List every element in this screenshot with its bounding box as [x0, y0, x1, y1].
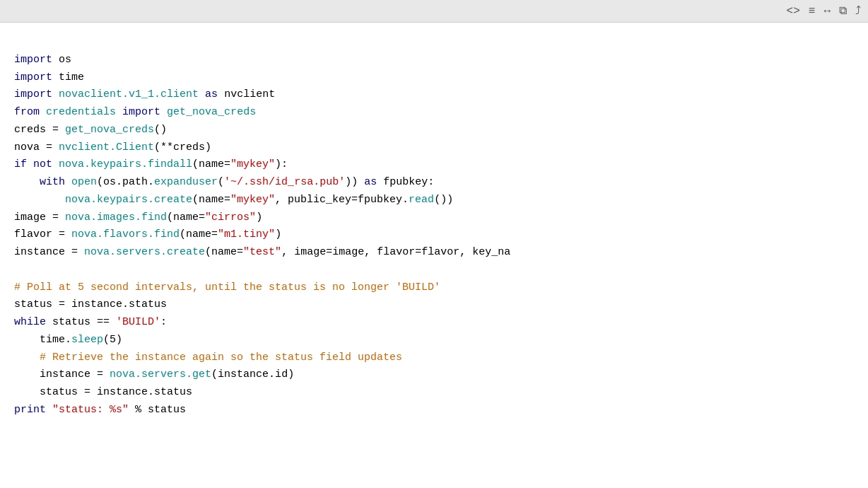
line-14: # Poll at 5 second intervals, until the …: [14, 281, 440, 294]
grid-icon[interactable]: ⧉: [839, 4, 847, 18]
code-icon[interactable]: <>: [787, 5, 800, 18]
line-2: import time: [14, 71, 84, 83]
list-icon[interactable]: ≡: [809, 5, 816, 18]
line-17: time.sleep(5): [14, 334, 122, 346]
swap-icon[interactable]: ↔: [823, 5, 831, 18]
expand-icon[interactable]: ⤴: [855, 4, 861, 18]
line-11: flavor = nova.flavors.find(name="m1.tiny…: [14, 228, 281, 240]
toolbar: <> ≡ ↔ ⧉ ⤴: [0, 0, 868, 23]
line-3: import novaclient.v1_1.client as nvclien…: [14, 88, 275, 100]
line-12: instance = nova.servers.create(name="tes…: [14, 246, 510, 258]
line-6: nova = nvclient.Client(**creds): [14, 141, 211, 153]
line-20: status = instance.status: [14, 386, 192, 398]
line-5: creds = get_nova_creds(): [14, 124, 167, 136]
line-18: # Retrieve the instance again so the sta…: [14, 352, 402, 364]
line-16: while status == 'BUILD':: [14, 316, 167, 328]
line-10: image = nova.images.find(name="cirros"): [14, 211, 262, 223]
line-19: instance = nova.servers.get(instance.id): [14, 368, 294, 380]
line-4: from credentials import get_nova_creds: [14, 106, 256, 118]
line-7: if not nova.keypairs.findall(name="mykey…: [14, 158, 288, 170]
code-editor: import os import time import novaclient.…: [0, 23, 868, 488]
line-9: nova.keypairs.create(name="mykey", publi…: [14, 194, 453, 206]
line-21: print "status: %s" % status: [14, 404, 186, 416]
line-1: import os: [14, 54, 71, 66]
line-15: status = instance.status: [14, 298, 167, 310]
line-8: with open(os.path.expanduser('~/.ssh/id_…: [14, 176, 434, 188]
